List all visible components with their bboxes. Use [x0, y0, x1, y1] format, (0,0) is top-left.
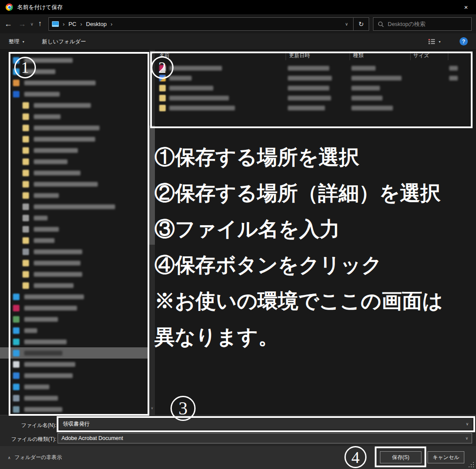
folder-icon [23, 125, 29, 131]
sidebar-item[interactable] [0, 370, 149, 381]
hide-folders-button[interactable]: ∧ フォルダーの非表示 [8, 446, 62, 469]
sidebar-item[interactable] [0, 291, 149, 302]
address-dropdown-chevron-icon[interactable]: ∨ [340, 22, 353, 26]
instruction-line: ④保存ボタンをクリック [154, 247, 476, 283]
sidebar-item[interactable] [0, 201, 149, 212]
file-row[interactable] [155, 93, 476, 103]
hide-folders-label: フォルダーの非表示 [15, 454, 62, 461]
help-icon[interactable]: ? [460, 37, 468, 45]
close-icon[interactable]: × [456, 0, 476, 14]
desktop-icon [13, 350, 19, 356]
breadcrumb-item-desktop[interactable]: Desktop [86, 21, 107, 27]
redacted-label [34, 148, 78, 153]
column-header-size[interactable]: サイズ [413, 52, 429, 59]
chevron-down-icon[interactable]: ∨ [465, 436, 468, 440]
sidebar-item[interactable] [0, 392, 149, 404]
sidebar-item[interactable] [0, 336, 149, 347]
sidebar-item[interactable] [0, 246, 149, 257]
sidebar-item[interactable] [0, 178, 149, 190]
redacted-label [34, 103, 91, 108]
up-button[interactable]: ↑ [38, 14, 42, 33]
instruction-line: 異なります。 [154, 319, 476, 355]
change-view-button[interactable]: ▾ [428, 33, 441, 50]
sidebar-item[interactable] [0, 235, 149, 246]
sidebar-item[interactable] [0, 66, 149, 77]
breadcrumb[interactable]: › PC › Desktop › ∨ ↻ [48, 17, 369, 31]
organize-button[interactable]: 整理 ▾ [9, 33, 24, 50]
file-row[interactable] [155, 83, 476, 93]
folder-icon [23, 260, 29, 266]
sidebar-item[interactable] [0, 223, 149, 235]
redacted-label [34, 193, 59, 198]
column-header-type[interactable]: 種類 [353, 52, 363, 59]
search-icon [378, 21, 384, 27]
breadcrumb-separator-icon: › [110, 21, 112, 27]
sidebar-item-selected[interactable] [0, 347, 149, 359]
sidebar-item[interactable] [0, 122, 149, 133]
command-toolbar: 整理 ▾ 新しいフォルダー ▾ ? [0, 33, 476, 50]
search-input[interactable]: Desktopの検索 [373, 17, 472, 31]
sidebar-item[interactable] [0, 302, 149, 314]
recent-locations-chevron-icon[interactable]: ∨ [30, 14, 33, 33]
sidebar-item[interactable] [0, 167, 149, 178]
sidebar-item[interactable] [0, 404, 149, 415]
search-placeholder: Desktopの検索 [388, 20, 425, 28]
redacted-type [351, 96, 383, 100]
chevron-down-icon[interactable]: ∨ [466, 422, 469, 426]
new-folder-button[interactable]: 新しいフォルダー [42, 33, 86, 50]
resize-grip[interactable] [468, 462, 474, 467]
sidebar-item[interactable] [0, 100, 149, 111]
column-header-name[interactable]: 名前 [159, 52, 170, 59]
redacted-type [351, 106, 393, 110]
scroll-up-icon[interactable]: ∧ [149, 51, 155, 55]
sidebar-item[interactable] [0, 280, 149, 291]
back-button[interactable]: ← [4, 14, 12, 33]
redacted-label [34, 249, 82, 254]
folder-icon [23, 237, 29, 244]
dropbox-icon [13, 91, 19, 97]
save-button[interactable]: 保存(S) [380, 451, 421, 463]
file-row[interactable] [155, 63, 476, 73]
folder-icon [159, 85, 166, 91]
folder-icon [23, 282, 29, 289]
file-name-label: ファイル名(N): [1, 422, 56, 429]
column-divider[interactable] [350, 51, 350, 60]
sidebar-item[interactable] [0, 156, 149, 167]
redacted-label [24, 317, 58, 322]
sidebar-item[interactable] [0, 133, 149, 145]
forward-button[interactable]: → [18, 14, 26, 33]
file-row[interactable] [155, 73, 476, 83]
sidebar-item[interactable] [0, 325, 149, 336]
sidebar-item[interactable] [0, 111, 149, 122]
address-row: ← → ∨ ↑ › PC › Desktop › ∨ ↻ Desktopの検索 [0, 14, 476, 33]
cancel-button[interactable]: キャンセル [428, 451, 464, 463]
file-type-select[interactable]: Adobe Acrobat Document ∨ [58, 433, 472, 443]
sidebar-item[interactable] [0, 257, 149, 268]
sidebar-item[interactable] [0, 314, 149, 325]
chrome-icon [6, 3, 13, 11]
sidebar-item[interactable] [0, 212, 149, 223]
save-as-dialog: 名前を付けて保存 × ← → ∨ ↑ › PC › Desktop › ∨ ↻ … [0, 0, 476, 469]
sidebar-item[interactable] [0, 359, 149, 370]
instruction-line: ※お使いの環境でここの画面は [154, 283, 476, 319]
sidebar-item[interactable] [0, 88, 149, 100]
sidebar-item[interactable] [0, 77, 149, 88]
sidebar-item[interactable] [0, 145, 149, 156]
column-divider[interactable] [410, 51, 411, 60]
folder-icon [23, 181, 29, 188]
column-divider[interactable] [286, 51, 286, 60]
redacted-size [449, 76, 458, 81]
column-divider[interactable] [448, 51, 448, 60]
sidebar-item[interactable] [0, 381, 149, 392]
refresh-icon[interactable]: ↻ [354, 20, 369, 28]
sidebar-item[interactable] [0, 55, 149, 66]
file-row[interactable] [155, 103, 476, 113]
sidebar-item[interactable] [0, 268, 149, 280]
scroll-down-icon[interactable]: ∨ [149, 406, 155, 410]
sidebar-item[interactable] [0, 190, 149, 201]
breadcrumb-item-pc[interactable]: PC [68, 21, 76, 27]
folder-icon [23, 271, 29, 278]
column-header-modified[interactable]: 更新日時 [289, 52, 310, 59]
pc-icon [13, 327, 19, 334]
file-name-input[interactable]: 領収書発行 ∨ [59, 419, 472, 429]
